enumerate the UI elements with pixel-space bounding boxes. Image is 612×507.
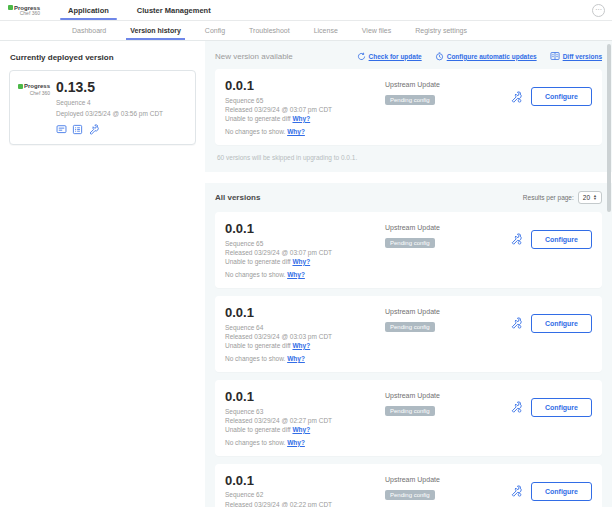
subnav-config[interactable]: Config: [205, 21, 225, 40]
subnav-license[interactable]: License: [314, 21, 338, 40]
configure-button[interactable]: Configure: [531, 87, 592, 106]
changes-why-link[interactable]: Why?: [287, 128, 305, 135]
deployed-timestamp: Deployed 03/25/24 @ 03:56 pm CDT: [56, 110, 163, 117]
view-config-icon[interactable]: [72, 124, 83, 135]
changes-why-link[interactable]: Why?: [287, 439, 305, 446]
upstream-update-label: Upstream Update: [385, 476, 510, 483]
diff-why-link[interactable]: Why?: [292, 258, 310, 265]
version-actions: Configure: [510, 78, 592, 106]
all-versions-heading: All versions: [215, 193, 260, 202]
version-info: 0.0.1 Sequence 63 Released 03/29/24 @ 02…: [225, 389, 385, 447]
upstream-update-label: Upstream Update: [385, 81, 510, 88]
version-row: 0.0.1 Sequence 62 Released 03/29/24 @ 02…: [225, 473, 592, 507]
upstream-update-label: Upstream Update: [385, 392, 510, 399]
changes-note: No changes to show. Why?: [225, 127, 385, 136]
edit-config-icon[interactable]: [88, 124, 99, 135]
version-actions: Configure: [510, 305, 592, 333]
deployed-version-card: Progress Chef 360 0.13.5 Sequence 4 Depl…: [9, 70, 196, 145]
version-number: 0.0.1: [225, 221, 385, 237]
scrollbar[interactable]: [607, 44, 611, 212]
edit-config-icon[interactable]: [510, 317, 522, 329]
subnav-registry-settings[interactable]: Registry settings: [415, 21, 467, 40]
version-sequence: Sequence 63: [225, 407, 385, 416]
configure-button[interactable]: Configure: [531, 482, 592, 501]
version-source: Upstream Update Pending config: [385, 389, 510, 417]
main-content: Currently deployed version Progress Chef…: [0, 41, 612, 507]
status-badge: Pending config: [385, 95, 435, 105]
tab-cluster-management[interactable]: Cluster Management: [123, 0, 225, 20]
subnav-troubleshoot[interactable]: Troubleshoot: [249, 21, 290, 40]
version-row: 0.0.1 Sequence 63 Released 03/29/24 @ 02…: [225, 389, 592, 447]
diff-note: Unable to generate diff Why?: [225, 341, 385, 350]
version-source: Upstream Update Pending config: [385, 221, 510, 249]
deployed-version-number: 0.13.5: [56, 80, 163, 95]
version-row: 0.0.1 Sequence 65 Released 03/29/24 @ 03…: [225, 78, 592, 136]
tab-application[interactable]: Application: [54, 0, 123, 20]
configure-button[interactable]: Configure: [531, 230, 592, 249]
version-released: Released 03/29/24 @ 02:27 pm CDT: [225, 416, 385, 425]
version-actions: Configure: [510, 473, 592, 501]
configure-button[interactable]: Configure: [531, 398, 592, 417]
diff-why-link[interactable]: Why?: [292, 426, 310, 433]
version-source: Upstream Update Pending config: [385, 78, 510, 106]
version-info: 0.0.1 Sequence 64 Released 03/29/24 @ 03…: [225, 305, 385, 363]
version-card: 0.0.1 Sequence 65 Released 03/29/24 @ 03…: [215, 212, 602, 288]
version-sequence: Sequence 65: [225, 239, 385, 248]
overflow-menu-icon[interactable]: ⋯: [592, 4, 605, 17]
upstream-update-label: Upstream Update: [385, 224, 510, 231]
version-info: 0.0.1 Sequence 65 Released 03/29/24 @ 03…: [225, 221, 385, 279]
new-version-heading: New version available: [215, 52, 293, 61]
edit-config-icon[interactable]: [510, 233, 522, 245]
top-navbar: Progress Chef 360 Application Cluster Ma…: [0, 0, 612, 21]
all-versions-panel: All versions Results per page: 20 ▲▼ 0.0…: [205, 183, 612, 507]
version-history-column: New version available Check for update: [205, 41, 612, 507]
stepper-icon: ▲▼: [593, 194, 597, 201]
upstream-update-label: Upstream Update: [385, 308, 510, 315]
refresh-icon: [357, 52, 366, 61]
changes-note: No changes to show. Why?: [225, 438, 385, 447]
configure-automatic-updates-link[interactable]: Configure automatic updates: [435, 52, 537, 61]
new-version-panel: New version available Check for update: [205, 41, 612, 172]
subnav-view-files[interactable]: View files: [362, 21, 391, 40]
results-per-page-select[interactable]: 20 ▲▼: [578, 191, 602, 204]
changes-why-link[interactable]: Why?: [287, 271, 305, 278]
subnav-dashboard[interactable]: Dashboard: [72, 21, 106, 40]
app-logo: Progress Chef 360: [8, 5, 40, 16]
version-row: 0.0.1 Sequence 64 Released 03/29/24 @ 03…: [225, 305, 592, 363]
deployed-heading: Currently deployed version: [10, 53, 196, 62]
logo-icon: [8, 5, 13, 10]
version-number: 0.0.1: [225, 473, 385, 489]
header-links: Check for update Configure automatic upd…: [357, 51, 602, 61]
deployed-sequence: Sequence 4: [56, 99, 163, 106]
status-badge: Pending config: [385, 490, 435, 500]
edit-config-icon[interactable]: [510, 91, 522, 103]
results-per-page: Results per page: 20 ▲▼: [523, 191, 602, 204]
subnav-version-history[interactable]: Version history: [130, 21, 181, 40]
changes-note: No changes to show. Why?: [225, 354, 385, 363]
version-released: Released 03/29/24 @ 03:07 pm CDT: [225, 105, 385, 114]
check-for-update-link[interactable]: Check for update: [357, 52, 422, 61]
edit-config-icon[interactable]: [510, 401, 522, 413]
logo-icon: [18, 84, 23, 89]
diff-note: Unable to generate diff Why?: [225, 114, 385, 123]
version-sequence: Sequence 64: [225, 323, 385, 332]
version-source: Upstream Update Pending config: [385, 473, 510, 501]
diff-note: Unable to generate diff Why?: [225, 257, 385, 266]
diff-why-link[interactable]: Why?: [292, 342, 310, 349]
configure-button[interactable]: Configure: [531, 314, 592, 333]
section-divider: [205, 172, 612, 183]
status-badge: Pending config: [385, 322, 435, 332]
diff-versions-link[interactable]: Diff versions: [550, 51, 602, 61]
skipped-versions-note: 60 versions will be skipped in upgrading…: [217, 154, 602, 161]
version-info: 0.0.1 Sequence 62 Released 03/29/24 @ 02…: [225, 473, 385, 507]
version-source: Upstream Update Pending config: [385, 305, 510, 333]
diff-why-link[interactable]: Why?: [292, 115, 310, 122]
release-notes-icon[interactable]: [56, 124, 67, 135]
version-card: 0.0.1 Sequence 62 Released 03/29/24 @ 02…: [215, 464, 602, 507]
deployed-version-panel: Currently deployed version Progress Chef…: [0, 41, 205, 507]
deployed-app-logo: Progress Chef 360: [18, 80, 50, 135]
edit-config-icon[interactable]: [510, 485, 522, 497]
status-badge: Pending config: [385, 406, 435, 416]
version-card: 0.0.1 Sequence 64 Released 03/29/24 @ 03…: [215, 296, 602, 372]
changes-why-link[interactable]: Why?: [287, 355, 305, 362]
